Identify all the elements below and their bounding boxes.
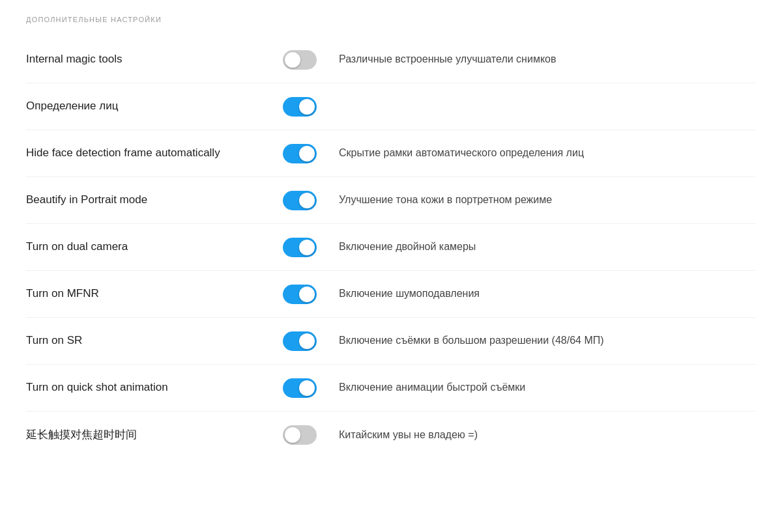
toggle-quick-shot[interactable] [283, 378, 317, 398]
setting-label-quick-shot: Turn on quick shot animation [26, 380, 274, 395]
setting-description-sr: Включение съёмки в большом разрешении (4… [326, 333, 756, 348]
toggle-long-touch[interactable] [283, 425, 317, 445]
setting-description-long-touch: Китайским увы не владею =) [326, 428, 756, 442]
setting-label-dual-camera: Turn on dual camera [26, 240, 274, 254]
toggle-area-quick-shot [274, 378, 326, 398]
toggle-beautify-portrait[interactable] [283, 191, 317, 210]
setting-row: Hide face detection frame automaticallyС… [26, 130, 756, 177]
setting-row: Определение лиц [26, 83, 756, 130]
setting-row: Turn on MFNRВключение шумоподавления [26, 271, 756, 318]
toggle-area-internal-magic-tools [274, 50, 326, 70]
setting-label-long-touch: 延长触摸对焦超时时间 [26, 428, 274, 442]
setting-label-beautify-portrait: Beautify in Portrait mode [26, 193, 274, 207]
setting-row: Turn on SRВключение съёмки в большом раз… [26, 318, 756, 365]
toggle-area-hide-face-detection [274, 144, 326, 163]
settings-list: Internal magic toolsРазличные встроенные… [26, 36, 756, 458]
setting-label-mfnr: Turn on MFNR [26, 287, 274, 301]
setting-description-dual-camera: Включение двойной камеры [326, 240, 756, 254]
setting-row: 延长触摸对焦超时时间Китайским увы не владею =) [26, 412, 756, 458]
toggle-sr[interactable] [283, 331, 317, 351]
toggle-area-long-touch [274, 425, 326, 445]
toggle-area-beautify-portrait [274, 191, 326, 210]
toggle-dual-camera[interactable] [283, 238, 317, 257]
setting-description-hide-face-detection: Скрытие рамки автоматического определени… [326, 146, 756, 160]
setting-row: Internal magic toolsРазличные встроенные… [26, 36, 756, 83]
setting-description-beautify-portrait: Улучшение тона кожи в портретном режиме [326, 193, 756, 207]
setting-label-sr: Turn on SR [26, 333, 274, 348]
toggle-internal-magic-tools[interactable] [283, 50, 317, 70]
toggle-area-dual-camera [274, 238, 326, 257]
setting-row: Turn on quick shot animationВключение ан… [26, 365, 756, 412]
section-header: ДОПОЛНИТЕЛЬНЫЕ НАСТРОЙКИ [26, 16, 756, 23]
setting-description-mfnr: Включение шумоподавления [326, 287, 756, 301]
setting-label-face-detection: Определение лиц [26, 99, 274, 113]
settings-section: ДОПОЛНИТЕЛЬНЫЕ НАСТРОЙКИ Internal magic … [26, 16, 756, 458]
setting-label-hide-face-detection: Hide face detection frame automatically [26, 146, 274, 160]
toggle-hide-face-detection[interactable] [283, 144, 317, 163]
toggle-face-detection[interactable] [283, 97, 317, 117]
setting-row: Beautify in Portrait modeУлучшение тона … [26, 177, 756, 224]
setting-label-internal-magic-tools: Internal magic tools [26, 52, 274, 66]
setting-row: Turn on dual cameraВключение двойной кам… [26, 224, 756, 271]
toggle-area-face-detection [274, 97, 326, 117]
toggle-area-sr [274, 331, 326, 351]
toggle-area-mfnr [274, 285, 326, 304]
setting-description-internal-magic-tools: Различные встроенные улучшатели снимков [326, 52, 756, 66]
setting-description-quick-shot: Включение анимации быстрой съёмки [326, 380, 756, 395]
toggle-mfnr[interactable] [283, 285, 317, 304]
